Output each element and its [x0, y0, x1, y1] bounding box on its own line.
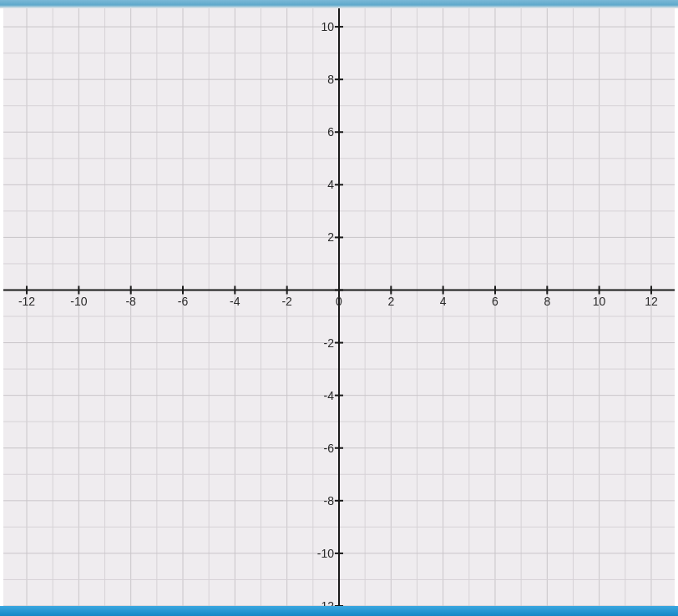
- window-top-bar: [0, 0, 678, 8]
- x-tick-label: -4: [230, 295, 240, 308]
- y-tick-label: 6: [327, 125, 339, 139]
- x-tick-label: -12: [18, 295, 35, 308]
- y-tick-label: -10: [317, 547, 339, 560]
- y-tick-label: 10: [321, 20, 339, 33]
- window-bottom-bar: [0, 606, 678, 616]
- x-tick-label: 10: [593, 295, 606, 308]
- x-tick-label: 8: [544, 295, 550, 308]
- x-tick-label: 4: [440, 295, 447, 308]
- x-tick-label: 6: [492, 295, 498, 308]
- x-tick-label: 2: [387, 295, 394, 308]
- x-tick-label: 0: [336, 295, 342, 308]
- x-tick-label: -10: [70, 295, 87, 308]
- x-tick-label: -6: [178, 295, 188, 308]
- x-tick-label: -8: [125, 295, 135, 308]
- y-tick-label: 4: [327, 178, 339, 191]
- x-tick-label: -2: [281, 295, 291, 308]
- y-tick-label: -12: [317, 599, 339, 606]
- y-tick-label: -4: [324, 389, 339, 402]
- y-tick-label: 2: [327, 230, 339, 244]
- x-tick-label: 12: [645, 295, 658, 308]
- y-tick-label: -2: [324, 336, 339, 350]
- y-tick-label: -6: [324, 442, 339, 455]
- cartesian-plot[interactable]: -12-10-8-6-4-2024681012-12-10-8-6-4-2246…: [3, 8, 675, 606]
- app-frame: -12-10-8-6-4-2024681012-12-10-8-6-4-2246…: [0, 0, 678, 616]
- y-tick-label: 8: [327, 73, 339, 86]
- y-tick-label: -8: [324, 494, 339, 507]
